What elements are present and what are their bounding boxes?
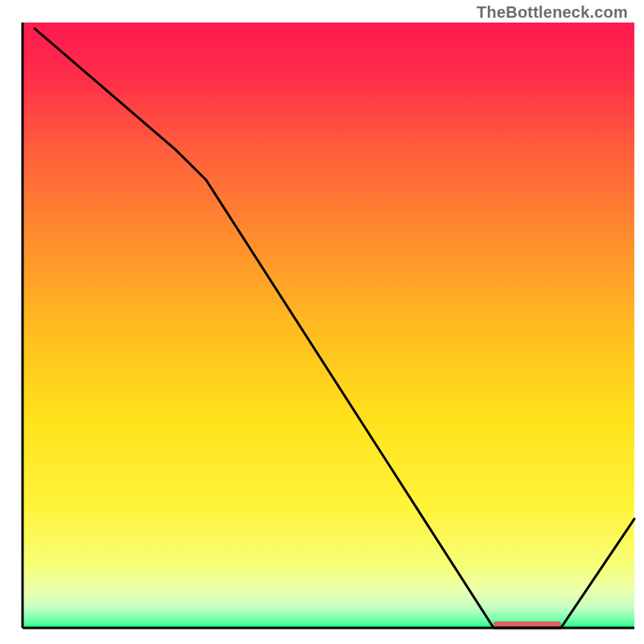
plot-background bbox=[23, 23, 634, 628]
chart-container: TheBottleneck.com bbox=[0, 0, 644, 644]
bottleneck-chart bbox=[0, 0, 644, 644]
